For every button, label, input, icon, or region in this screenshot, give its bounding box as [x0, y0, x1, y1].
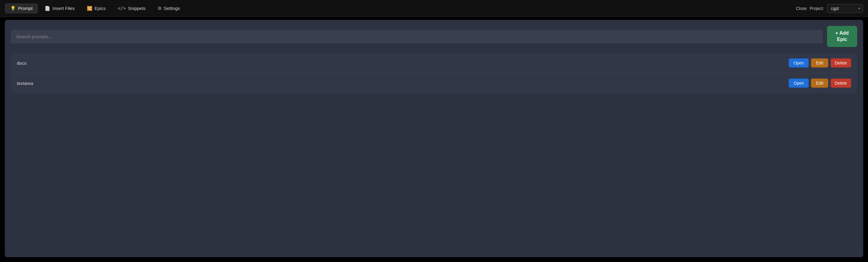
search-add-row: + AddEpic: [11, 26, 857, 47]
prompt-icon: 💡: [10, 6, 16, 11]
project-select[interactable]: cgpt: [827, 4, 863, 13]
table-row: textarea Open Edit Delete: [11, 73, 857, 93]
epic-name: docs: [17, 61, 27, 66]
epics-icon: 🔀: [87, 6, 93, 11]
open-button-textarea[interactable]: Open: [789, 78, 809, 88]
top-bar: 💡 Prompt 📄 Insert Files 🔀 Epics </> Snip…: [0, 0, 868, 17]
main-content: + AddEpic docs Open Edit Delete textarea…: [5, 20, 863, 257]
tab-snippets[interactable]: </> Snippets: [112, 3, 151, 13]
delete-button-textarea[interactable]: Delete: [831, 78, 851, 88]
tab-settings-label: Settings: [164, 6, 180, 11]
edit-button-textarea[interactable]: Edit: [811, 78, 828, 88]
epic-actions: Open Edit Delete: [789, 78, 851, 88]
search-input[interactable]: [11, 30, 823, 43]
tab-snippets-label: Snippets: [128, 6, 146, 11]
open-button-docs[interactable]: Open: [789, 58, 809, 67]
epic-actions: Open Edit Delete: [789, 58, 851, 67]
tab-bar: 💡 Prompt 📄 Insert Files 🔀 Epics </> Snip…: [5, 3, 185, 13]
epic-name: textarea: [17, 81, 33, 86]
edit-button-docs[interactable]: Edit: [811, 58, 828, 67]
add-epic-button[interactable]: + AddEpic: [827, 26, 857, 47]
top-bar-right: Close Project: cgpt ▾: [796, 4, 863, 13]
settings-icon: ⚙: [158, 6, 161, 11]
insert-files-icon: 📄: [44, 6, 50, 11]
tab-settings[interactable]: ⚙ Settings: [152, 3, 185, 13]
delete-button-docs[interactable]: Delete: [831, 58, 851, 67]
tab-epics-label: Epics: [95, 6, 106, 11]
table-row: docs Open Edit Delete: [11, 53, 857, 73]
close-button[interactable]: Close: [796, 6, 807, 11]
project-select-wrapper: cgpt ▾: [827, 4, 863, 13]
tab-insert-files[interactable]: 📄 Insert Files: [39, 3, 80, 13]
project-label: Project:: [810, 6, 824, 11]
tab-epics[interactable]: 🔀 Epics: [82, 3, 111, 13]
tab-insert-files-label: Insert Files: [53, 6, 74, 11]
tab-prompt-label: Prompt: [18, 6, 33, 11]
epic-list: docs Open Edit Delete textarea Open Edit…: [11, 53, 857, 93]
snippets-icon: </>: [118, 6, 126, 11]
tab-prompt[interactable]: 💡 Prompt: [5, 3, 38, 13]
